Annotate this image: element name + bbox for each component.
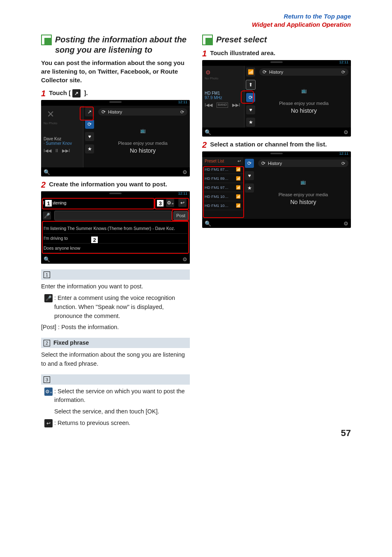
return-top-link[interactable]: Return to the Top page bbox=[284, 13, 351, 20]
step-num-2: 2 bbox=[41, 181, 46, 189]
page-number: 57 bbox=[341, 428, 351, 439]
preset-item[interactable]: HD FM1 89…📶 bbox=[202, 174, 243, 183]
ref-3-heading: 3 bbox=[41, 374, 190, 385]
right-column: Preset select 1 Touch illustrated area. … bbox=[202, 35, 351, 430]
section-link[interactable]: Widget and Application Operation bbox=[252, 21, 351, 28]
service-select-icon[interactable]: ⚙₊ bbox=[166, 199, 174, 207]
share-icon: ↗ bbox=[72, 89, 81, 97]
ref-2-heading: 2 Fixed phrase bbox=[41, 338, 190, 348]
ref-1-post: [Post] : Posts the information. bbox=[41, 323, 190, 332]
wifi-icon[interactable]: 📶 bbox=[246, 67, 255, 77]
ref-3-service: ⚙₊: Select the service on which you want… bbox=[41, 387, 190, 405]
ref-3-service2: Select the service, and then touch [OK]. bbox=[41, 407, 190, 416]
service-icon: ⚙₊ bbox=[44, 388, 53, 396]
callout-3: 3 bbox=[156, 199, 164, 207]
section-icon bbox=[41, 35, 52, 45]
ref-2-desc: Select the information about the song yo… bbox=[41, 350, 190, 369]
post-button[interactable]: Post bbox=[173, 211, 188, 220]
step-2: 2 Create the information you want to pos… bbox=[41, 181, 190, 189]
voice-icon: 🎤 bbox=[44, 294, 53, 302]
section-title-preset: Preset select bbox=[216, 35, 267, 45]
preset-item[interactable]: HD FM1 10…📶 bbox=[202, 192, 243, 201]
ref-1-heading: 1 bbox=[41, 269, 190, 280]
step-1: 1 Touch [ ↗ ]. bbox=[41, 89, 190, 97]
screenshot-share: 12:11 ✕ No Photo Dave Koz · Summer Knov … bbox=[41, 100, 190, 176]
voice-input-icon[interactable]: 🎤 bbox=[43, 211, 51, 220]
preset-item[interactable]: HD FM1 97…📶 bbox=[202, 183, 243, 192]
screenshot-preset-touch: 12:11 ⚙ No Photo HD FM1 97.9 MHz I◀◀BAND… bbox=[202, 60, 351, 137]
return-icon: ↩ bbox=[44, 419, 53, 427]
up-arrow-icon[interactable]: ⬆ bbox=[246, 80, 256, 90]
section-intro: You can post the information about the s… bbox=[41, 58, 190, 84]
callout-1: 1 bbox=[44, 199, 53, 207]
step-r1: 1 Touch illustrated area. bbox=[202, 49, 351, 58]
ref-1-desc: Enter the information you want to post. bbox=[41, 282, 190, 291]
left-column: Posting the information about the song y… bbox=[41, 35, 190, 430]
step-r2: 2 Select a station or channel from the l… bbox=[202, 141, 351, 149]
header-links: Return to the Top page Widget and Applic… bbox=[41, 12, 351, 28]
section-icon bbox=[202, 35, 213, 45]
ref-1-voice: 🎤: Enter a comment using the voice recog… bbox=[41, 294, 190, 320]
screenshot-preset-list: 12:11 Preset List ↩ HD FM1 87…📶 HD FM1 8… bbox=[202, 151, 351, 228]
preset-item[interactable]: HD FM1 10…📶 bbox=[202, 201, 243, 210]
callout-2: 2 bbox=[90, 236, 99, 244]
preset-item[interactable]: HD FM1 87…📶 bbox=[202, 165, 243, 174]
step-num-1: 1 bbox=[41, 89, 46, 97]
screenshot-post: 12:11 I'm listening ⚙₊ ↩ 🎤 Post I'm list… bbox=[41, 191, 190, 264]
section-title: Posting the information about the song y… bbox=[55, 35, 190, 55]
back-icon[interactable]: ↩ bbox=[178, 199, 187, 207]
ref-3-back: ↩: Returns to previous screen. bbox=[41, 419, 190, 428]
share-button[interactable]: ↗ bbox=[85, 107, 94, 116]
post-input[interactable] bbox=[54, 211, 172, 220]
